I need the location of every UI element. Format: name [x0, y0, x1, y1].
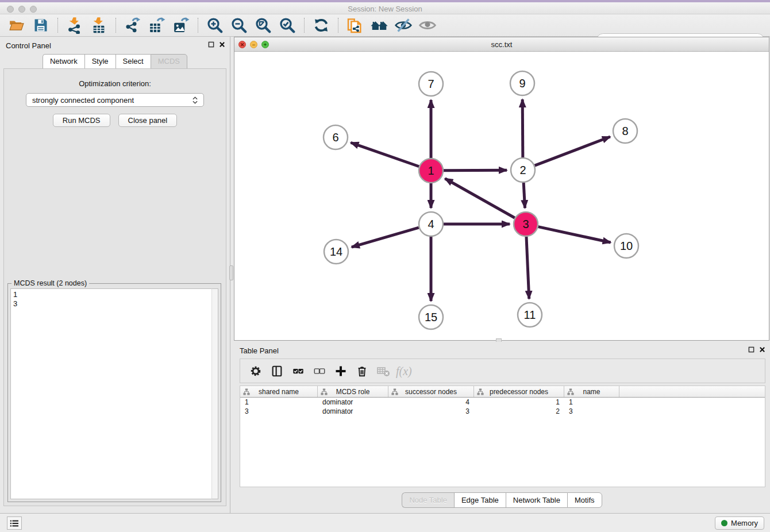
column-header-MCDS-role[interactable]: MCDS role: [318, 386, 388, 397]
cell-successor-nodes[interactable]: 4: [388, 398, 474, 407]
cell-predecessor-nodes[interactable]: 1: [474, 398, 564, 407]
delete-icon[interactable]: [352, 361, 372, 381]
result-scrollbar[interactable]: [211, 288, 218, 499]
graph-edge-3-11[interactable]: [526, 237, 529, 299]
graph-node-label: 15: [425, 311, 437, 323]
graph-edge-3-10[interactable]: [538, 227, 610, 242]
graph-node-8[interactable]: 8: [613, 119, 637, 143]
run-mcds-button[interactable]: Run MCDS: [53, 114, 110, 127]
graph-node-4[interactable]: 4: [419, 212, 443, 236]
zoom-selected-icon[interactable]: [278, 16, 297, 34]
mcds-result-text[interactable]: 1 3: [10, 288, 211, 499]
graph-edge-2-9[interactable]: [522, 99, 523, 157]
close-panel-button[interactable]: Close panel: [118, 114, 178, 127]
graph-edge-1-6[interactable]: [351, 142, 419, 167]
graph-node-label: 4: [428, 218, 434, 230]
cell-predecessor-nodes[interactable]: 2: [474, 407, 564, 416]
column-header-name[interactable]: name: [564, 386, 619, 397]
tab-motifs[interactable]: Motifs: [567, 492, 602, 508]
graph-node-label: 11: [524, 309, 536, 321]
tab-style[interactable]: Style: [84, 54, 116, 69]
table-panel-tabs: Node TableEdge TableNetwork TableMotifs: [234, 492, 770, 508]
open-file-icon[interactable]: [7, 16, 26, 34]
add-column-icon[interactable]: [331, 361, 351, 381]
cell-MCDS-role[interactable]: dominator: [318, 398, 388, 407]
mcds-result-title: MCDS result (2 nodes): [11, 279, 89, 287]
close-table-panel-icon[interactable]: [759, 346, 765, 353]
table-row[interactable]: 1dominator411: [240, 398, 765, 407]
graph-node-label: 9: [519, 77, 525, 90]
zoom-out-icon[interactable]: [229, 16, 249, 34]
function-builder-icon[interactable]: f(x): [395, 361, 414, 381]
select-all-icon[interactable]: [288, 361, 308, 381]
new-network-from-selection-icon[interactable]: [345, 16, 365, 34]
graph-node-6[interactable]: 6: [324, 125, 348, 149]
memory-button[interactable]: Memory: [715, 516, 764, 530]
graph-node-10[interactable]: 10: [614, 234, 638, 258]
column-header-shared-name[interactable]: shared name: [240, 386, 318, 397]
graph-edge-3-1[interactable]: [445, 179, 514, 218]
tab-select[interactable]: Select: [116, 54, 151, 69]
column-header-successor-nodes[interactable]: successor nodes: [388, 386, 474, 397]
network-canvas[interactable]: 7968124314101511: [234, 52, 769, 340]
float-panel-icon[interactable]: [208, 41, 214, 48]
columns-icon[interactable]: [267, 361, 287, 381]
export-table-icon[interactable]: [147, 16, 167, 34]
graph-node-3[interactable]: 3: [514, 212, 538, 236]
graph-node-11[interactable]: 11: [518, 303, 542, 327]
refresh-layout-icon[interactable]: [311, 16, 331, 34]
tab-edge-table[interactable]: Edge Table: [454, 492, 506, 508]
node-table[interactable]: shared nameMCDS rolesuccessor nodesprede…: [240, 385, 765, 487]
float-table-panel-icon[interactable]: [748, 346, 754, 353]
close-panel-icon[interactable]: [219, 41, 225, 48]
graph-edge-2-8[interactable]: [535, 137, 610, 165]
cell-name[interactable]: 1: [564, 398, 619, 407]
save-session-icon[interactable]: [31, 16, 51, 34]
optimization-criterion-select[interactable]: strongly connected component: [26, 93, 204, 107]
tab-mcds[interactable]: MCDS: [151, 54, 187, 69]
table-row[interactable]: 3dominator323: [240, 407, 765, 416]
graph-node-9[interactable]: 9: [510, 71, 534, 95]
cell-shared-name[interactable]: 1: [240, 398, 318, 407]
cell-MCDS-role[interactable]: dominator: [318, 407, 388, 416]
graph-node-2[interactable]: 2: [511, 158, 535, 182]
graph-edge-4-14[interactable]: [352, 228, 419, 247]
control-panel-header: Control Panel: [0, 37, 230, 54]
zoom-in-icon[interactable]: [205, 16, 225, 34]
mcds-result-fieldset: MCDS result (2 nodes) 1 3: [7, 283, 221, 502]
tab-network[interactable]: Network: [43, 54, 84, 69]
app-titlebar: Session: New Session: [0, 2, 770, 14]
deselect-all-icon[interactable]: [310, 361, 329, 381]
task-history-button[interactable]: [7, 516, 22, 530]
graph-edge-1-2[interactable]: [444, 170, 507, 171]
sitemap-icon: [391, 388, 398, 395]
cell-shared-name[interactable]: 3: [240, 407, 318, 416]
zoom-fit-icon[interactable]: [253, 16, 273, 34]
toolbar-separator: [198, 18, 198, 33]
graph-node-14[interactable]: 14: [324, 240, 348, 264]
table-panel: Table Panel: [234, 342, 770, 512]
graph-node-1[interactable]: 1: [419, 159, 443, 183]
first-neighbors-icon[interactable]: [369, 16, 389, 34]
delete-table-icon[interactable]: [374, 361, 393, 381]
tab-network-table[interactable]: Network Table: [506, 492, 567, 508]
import-table-icon[interactable]: [89, 16, 109, 34]
graph-edge-2-3[interactable]: [523, 183, 525, 208]
export-network-icon[interactable]: [123, 16, 143, 34]
hide-selected-icon[interactable]: [394, 16, 413, 34]
panel-splitter-handle[interactable]: [229, 265, 233, 280]
gear-icon[interactable]: [246, 361, 265, 381]
graph-node-15[interactable]: 15: [419, 305, 443, 329]
main-toolbar: [0, 14, 770, 37]
import-network-icon[interactable]: [65, 16, 84, 34]
cell-successor-nodes[interactable]: 3: [388, 407, 474, 416]
toolbar-separator: [116, 18, 116, 33]
network-frame-titlebar[interactable]: ✕ − + scc.txt: [234, 37, 769, 52]
tab-node-table[interactable]: Node Table: [402, 492, 454, 508]
graph-node-7[interactable]: 7: [419, 72, 443, 96]
list-icon: [10, 519, 19, 527]
column-header-predecessor-nodes[interactable]: predecessor nodes: [474, 386, 564, 397]
cell-name[interactable]: 3: [564, 407, 619, 416]
export-image-icon[interactable]: [171, 16, 191, 34]
show-all-icon[interactable]: [418, 16, 437, 34]
